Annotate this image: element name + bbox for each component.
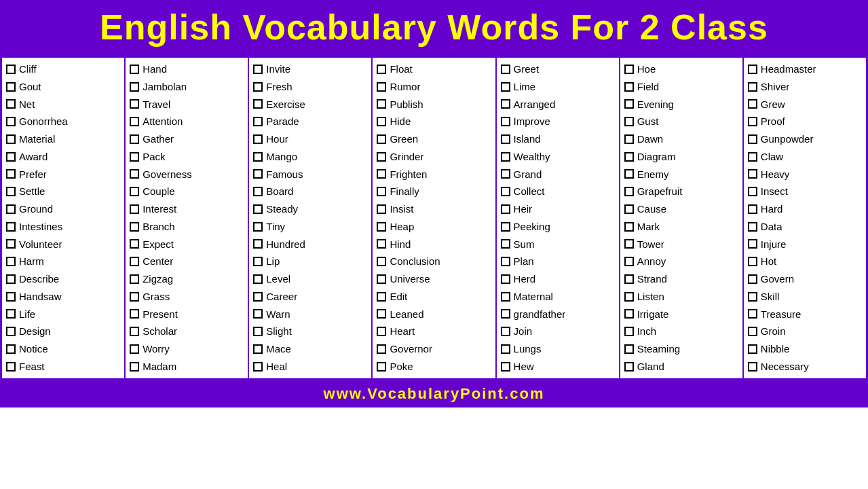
checkbox-icon[interactable]	[501, 204, 510, 214]
checkbox-icon[interactable]	[377, 65, 386, 74]
checkbox-icon[interactable]	[624, 274, 634, 284]
checkbox-icon[interactable]	[501, 292, 510, 302]
checkbox-icon[interactable]	[748, 309, 757, 319]
checkbox-icon[interactable]	[748, 362, 757, 372]
checkbox-icon[interactable]	[624, 344, 634, 354]
checkbox-icon[interactable]	[6, 239, 16, 249]
checkbox-icon[interactable]	[377, 362, 386, 372]
checkbox-icon[interactable]	[130, 362, 139, 372]
checkbox-icon[interactable]	[6, 274, 16, 284]
checkbox-icon[interactable]	[748, 152, 757, 162]
checkbox-icon[interactable]	[501, 362, 510, 372]
checkbox-icon[interactable]	[748, 187, 757, 196]
checkbox-icon[interactable]	[377, 204, 386, 214]
checkbox-icon[interactable]	[748, 344, 757, 354]
checkbox-icon[interactable]	[6, 204, 16, 214]
checkbox-icon[interactable]	[130, 187, 139, 196]
checkbox-icon[interactable]	[377, 274, 386, 284]
checkbox-icon[interactable]	[624, 292, 634, 302]
checkbox-icon[interactable]	[624, 362, 634, 372]
checkbox-icon[interactable]	[377, 239, 386, 249]
checkbox-icon[interactable]	[377, 257, 386, 266]
checkbox-icon[interactable]	[253, 99, 263, 109]
checkbox-icon[interactable]	[748, 134, 757, 144]
checkbox-icon[interactable]	[253, 327, 263, 336]
checkbox-icon[interactable]	[6, 362, 16, 372]
checkbox-icon[interactable]	[501, 257, 510, 266]
checkbox-icon[interactable]	[253, 309, 263, 319]
checkbox-icon[interactable]	[501, 169, 510, 179]
checkbox-icon[interactable]	[253, 82, 263, 92]
checkbox-icon[interactable]	[377, 152, 386, 162]
checkbox-icon[interactable]	[6, 222, 16, 232]
checkbox-icon[interactable]	[6, 327, 16, 336]
checkbox-icon[interactable]	[501, 274, 510, 284]
checkbox-icon[interactable]	[6, 169, 16, 179]
checkbox-icon[interactable]	[6, 187, 16, 196]
checkbox-icon[interactable]	[6, 65, 16, 74]
checkbox-icon[interactable]	[130, 327, 139, 336]
checkbox-icon[interactable]	[130, 344, 139, 354]
checkbox-icon[interactable]	[6, 117, 16, 126]
checkbox-icon[interactable]	[130, 117, 139, 126]
checkbox-icon[interactable]	[253, 274, 263, 284]
checkbox-icon[interactable]	[501, 82, 510, 92]
checkbox-icon[interactable]	[130, 257, 139, 266]
checkbox-icon[interactable]	[6, 257, 16, 266]
checkbox-icon[interactable]	[253, 362, 263, 372]
checkbox-icon[interactable]	[501, 222, 510, 232]
checkbox-icon[interactable]	[130, 222, 139, 232]
checkbox-icon[interactable]	[6, 99, 16, 109]
checkbox-icon[interactable]	[6, 134, 16, 144]
checkbox-icon[interactable]	[748, 274, 757, 284]
checkbox-icon[interactable]	[130, 204, 139, 214]
checkbox-icon[interactable]	[253, 222, 263, 232]
checkbox-icon[interactable]	[748, 222, 757, 232]
checkbox-icon[interactable]	[6, 309, 16, 319]
checkbox-icon[interactable]	[748, 82, 757, 92]
checkbox-icon[interactable]	[501, 117, 510, 126]
checkbox-icon[interactable]	[377, 169, 386, 179]
checkbox-icon[interactable]	[624, 117, 634, 126]
checkbox-icon[interactable]	[253, 292, 263, 302]
checkbox-icon[interactable]	[377, 134, 386, 144]
checkbox-icon[interactable]	[6, 292, 16, 302]
checkbox-icon[interactable]	[501, 99, 510, 109]
checkbox-icon[interactable]	[624, 152, 634, 162]
checkbox-icon[interactable]	[748, 204, 757, 214]
checkbox-icon[interactable]	[624, 134, 634, 144]
checkbox-icon[interactable]	[6, 152, 16, 162]
checkbox-icon[interactable]	[130, 309, 139, 319]
checkbox-icon[interactable]	[130, 169, 139, 179]
checkbox-icon[interactable]	[624, 99, 634, 109]
checkbox-icon[interactable]	[501, 65, 510, 74]
checkbox-icon[interactable]	[377, 222, 386, 232]
checkbox-icon[interactable]	[501, 309, 510, 319]
checkbox-icon[interactable]	[748, 257, 757, 266]
checkbox-icon[interactable]	[377, 327, 386, 336]
checkbox-icon[interactable]	[377, 187, 386, 196]
checkbox-icon[interactable]	[377, 82, 386, 92]
checkbox-icon[interactable]	[748, 169, 757, 179]
checkbox-icon[interactable]	[748, 239, 757, 249]
checkbox-icon[interactable]	[377, 117, 386, 126]
checkbox-icon[interactable]	[748, 292, 757, 302]
checkbox-icon[interactable]	[624, 82, 634, 92]
checkbox-icon[interactable]	[624, 65, 634, 74]
checkbox-icon[interactable]	[624, 187, 634, 196]
checkbox-icon[interactable]	[377, 99, 386, 109]
checkbox-icon[interactable]	[748, 327, 757, 336]
checkbox-icon[interactable]	[501, 344, 510, 354]
checkbox-icon[interactable]	[130, 274, 139, 284]
checkbox-icon[interactable]	[501, 239, 510, 249]
checkbox-icon[interactable]	[748, 65, 757, 74]
checkbox-icon[interactable]	[130, 99, 139, 109]
checkbox-icon[interactable]	[624, 222, 634, 232]
checkbox-icon[interactable]	[253, 169, 263, 179]
checkbox-icon[interactable]	[253, 204, 263, 214]
checkbox-icon[interactable]	[624, 327, 634, 336]
checkbox-icon[interactable]	[501, 152, 510, 162]
checkbox-icon[interactable]	[624, 169, 634, 179]
checkbox-icon[interactable]	[624, 204, 634, 214]
checkbox-icon[interactable]	[377, 309, 386, 319]
